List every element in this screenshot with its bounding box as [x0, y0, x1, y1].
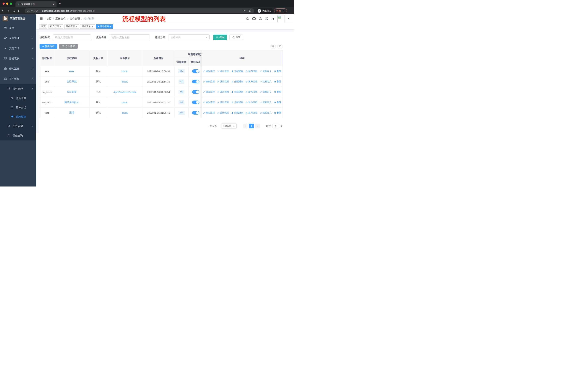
browser-tab[interactable]: 芋道管理系统 ✕	[15, 1, 56, 7]
process-definition-link[interactable]: 流程定义	[260, 111, 272, 114]
search-icon[interactable]	[246, 17, 249, 20]
modify-process-link[interactable]: 修改流程	[203, 111, 215, 114]
process-name-link[interactable]: eeee	[69, 70, 74, 73]
publish-process-link[interactable]: 发布流程	[245, 101, 257, 104]
assign-rule-link[interactable]: 分配规则	[231, 91, 243, 94]
close-tag-icon[interactable]: ✕	[60, 25, 62, 28]
publish-process-link[interactable]: 发布流程	[245, 70, 257, 73]
process-definition-link[interactable]: 流程定义	[260, 70, 272, 73]
sidebar-item-process-model[interactable]: 流程模型	[0, 112, 36, 121]
form-info-link[interactable]: biubiu	[122, 70, 128, 73]
form-info-link[interactable]: biubiu	[122, 80, 128, 83]
delete-link[interactable]: 删除	[274, 101, 281, 104]
form-info-link[interactable]: biubiu	[122, 111, 128, 114]
forward-icon[interactable]	[5, 9, 11, 12]
publish-process-link[interactable]: 发布流程	[245, 111, 257, 114]
publish-process-link[interactable]: 发布流程	[245, 80, 257, 83]
active-toggle[interactable]	[192, 101, 200, 104]
design-process-link[interactable]: 设计流程	[217, 101, 229, 104]
help-icon[interactable]	[259, 17, 262, 20]
back-icon[interactable]	[0, 9, 5, 12]
sidebar-item-task-management[interactable]: 任务管理	[0, 121, 36, 131]
active-toggle[interactable]	[192, 111, 200, 115]
modify-process-link[interactable]: 修改流程	[203, 91, 215, 94]
refresh-button[interactable]	[277, 44, 283, 49]
active-toggle[interactable]	[192, 80, 200, 83]
tag-process-model[interactable]: 流程模型✕	[96, 24, 113, 29]
sidebar-item-leave-query[interactable]: 请假查询	[0, 131, 36, 141]
modify-process-link[interactable]: 修改流程	[203, 70, 215, 73]
assign-rule-link[interactable]: 分配规则	[231, 70, 243, 73]
active-toggle[interactable]	[192, 90, 200, 94]
sidebar-item-workflow[interactable]: 工作流程	[0, 74, 36, 84]
browser-menu-icon[interactable]: ⋮	[283, 10, 285, 12]
process-name-link[interactable]: 测试多审批人	[64, 101, 79, 104]
bookmark-star-icon[interactable]	[249, 9, 252, 13]
avatar-caret-icon[interactable]: ▼	[288, 18, 290, 20]
delete-link[interactable]: 删除	[274, 80, 281, 83]
process-name-link[interactable]: OA 请假	[67, 91, 76, 93]
address-bar[interactable]: 不安全 dashboard.yudao.iocoder.cn/bpm/manag…	[25, 8, 254, 13]
process-definition-link[interactable]: 流程定义	[260, 80, 272, 83]
zoom-window-button[interactable]	[10, 2, 12, 5]
create-process-button[interactable]: + 新建流程	[40, 44, 57, 49]
tag-tenant[interactable]: 租户管理✕	[49, 24, 63, 29]
assign-rule-link[interactable]: 分配规则	[231, 101, 243, 104]
import-process-button[interactable]: 导入流程	[59, 44, 78, 49]
close-window-button[interactable]	[2, 2, 5, 5]
modify-process-link[interactable]: 修改流程	[203, 80, 215, 83]
design-process-link[interactable]: 设计流程	[217, 111, 229, 114]
process-name-input[interactable]	[109, 34, 150, 40]
close-tag-icon[interactable]: ✕	[110, 25, 111, 28]
sidebar-item-payment[interactable]: ¥ 支付管理	[0, 43, 36, 53]
close-tag-icon[interactable]: ✕	[92, 25, 93, 28]
home-icon[interactable]	[16, 9, 22, 12]
sidebar-item-system[interactable]: 系统管理	[0, 33, 36, 43]
process-definition-link[interactable]: 流程定义	[260, 101, 272, 104]
sidebar-item-home[interactable]: 首页	[0, 23, 36, 33]
sidebar-item-process-form[interactable]: 流程表单	[0, 94, 36, 103]
tag-my-process[interactable]: 我的流程✕	[64, 24, 79, 29]
sidebar-item-user-group[interactable]: 用户分组	[0, 103, 36, 112]
delete-link[interactable]: 删除	[274, 111, 281, 114]
process-id-input[interactable]	[53, 34, 91, 40]
close-tag-icon[interactable]: ✕	[76, 25, 77, 28]
new-tab-button[interactable]: +	[59, 2, 61, 5]
security-warning[interactable]: 不安全	[27, 9, 38, 12]
avatar[interactable]	[277, 15, 285, 22]
form-info-link[interactable]: biubiu	[122, 101, 128, 104]
publish-process-link[interactable]: 发布流程	[245, 91, 257, 94]
delete-link[interactable]: 删除	[274, 91, 281, 94]
tag-home[interactable]: 首页	[40, 24, 47, 29]
search-button[interactable]: 搜索	[213, 35, 227, 40]
reset-button[interactable]: 重置	[230, 35, 243, 40]
breadcrumb-process-management[interactable]: 流程管理	[70, 17, 80, 20]
font-size-icon[interactable]: TT	[272, 17, 274, 20]
github-icon[interactable]	[252, 17, 256, 20]
chrome-update-button[interactable]: 更新 ⋮	[274, 8, 287, 13]
goto-page-input[interactable]	[272, 124, 279, 128]
process-name-link[interactable]: 滔博	[69, 111, 74, 114]
breadcrumb-home[interactable]: 首页	[46, 17, 51, 20]
process-definition-link[interactable]: 流程定义	[260, 91, 272, 94]
modify-process-link[interactable]: 修改流程	[203, 101, 215, 104]
password-key-icon[interactable]	[243, 9, 246, 13]
page-size-select[interactable]: 10条/页 ▼	[221, 123, 237, 129]
assign-rule-link[interactable]: 分配规则	[231, 111, 243, 114]
assign-rule-link[interactable]: 分配规则	[231, 80, 243, 83]
breadcrumb-workflow[interactable]: 工作流程	[55, 17, 66, 20]
form-info-link[interactable]: /bpm/oa/leave/create	[113, 91, 136, 93]
tab-close-icon[interactable]: ✕	[52, 3, 55, 6]
show-search-button[interactable]	[271, 44, 276, 49]
process-category-select[interactable]: 流程分类 ▼	[168, 34, 210, 40]
sidebar-item-infrastructure[interactable]: 基础设施	[0, 53, 36, 64]
tag-process-form[interactable]: 流程表单✕	[80, 24, 95, 29]
design-process-link[interactable]: 设计流程	[217, 80, 229, 83]
process-name-link[interactable]: 自己审批	[67, 80, 77, 83]
design-process-link[interactable]: 设计流程	[217, 91, 229, 94]
collapse-sidebar-icon[interactable]	[40, 17, 43, 21]
fullscreen-icon[interactable]	[265, 17, 268, 20]
prev-page-button[interactable]: ‹	[243, 124, 248, 128]
sidebar-item-devtools[interactable]: 研发工具	[0, 64, 36, 74]
design-process-link[interactable]: 设计流程	[217, 70, 229, 73]
